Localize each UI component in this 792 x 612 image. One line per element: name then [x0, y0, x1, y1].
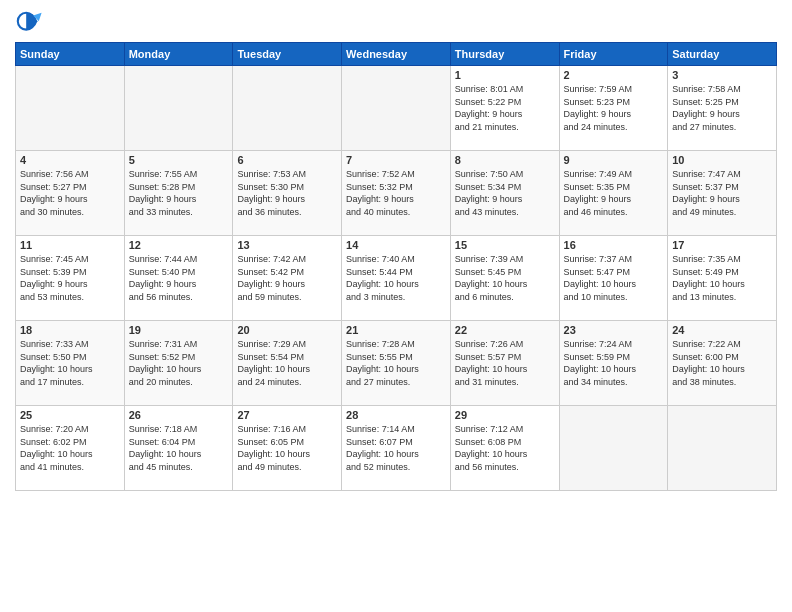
day-info: Sunrise: 7:58 AM Sunset: 5:25 PM Dayligh… [672, 83, 772, 133]
header [15, 10, 777, 38]
calendar-cell: 19Sunrise: 7:31 AM Sunset: 5:52 PM Dayli… [124, 321, 233, 406]
calendar-cell: 6Sunrise: 7:53 AM Sunset: 5:30 PM Daylig… [233, 151, 342, 236]
day-info: Sunrise: 7:50 AM Sunset: 5:34 PM Dayligh… [455, 168, 555, 218]
weekday-header: Saturday [668, 43, 777, 66]
calendar-cell: 18Sunrise: 7:33 AM Sunset: 5:50 PM Dayli… [16, 321, 125, 406]
calendar-week: 4Sunrise: 7:56 AM Sunset: 5:27 PM Daylig… [16, 151, 777, 236]
calendar-cell: 8Sunrise: 7:50 AM Sunset: 5:34 PM Daylig… [450, 151, 559, 236]
day-number: 20 [237, 324, 337, 336]
calendar-cell: 4Sunrise: 7:56 AM Sunset: 5:27 PM Daylig… [16, 151, 125, 236]
weekday-header: Tuesday [233, 43, 342, 66]
day-number: 26 [129, 409, 229, 421]
day-number: 10 [672, 154, 772, 166]
day-number: 19 [129, 324, 229, 336]
day-info: Sunrise: 7:12 AM Sunset: 6:08 PM Dayligh… [455, 423, 555, 473]
day-info: Sunrise: 7:42 AM Sunset: 5:42 PM Dayligh… [237, 253, 337, 303]
day-info: Sunrise: 7:52 AM Sunset: 5:32 PM Dayligh… [346, 168, 446, 218]
day-info: Sunrise: 7:37 AM Sunset: 5:47 PM Dayligh… [564, 253, 664, 303]
calendar-week: 25Sunrise: 7:20 AM Sunset: 6:02 PM Dayli… [16, 406, 777, 491]
weekday-header: Sunday [16, 43, 125, 66]
calendar-cell [124, 66, 233, 151]
weekday-header: Thursday [450, 43, 559, 66]
logo [15, 10, 47, 38]
day-number: 5 [129, 154, 229, 166]
calendar-cell: 2Sunrise: 7:59 AM Sunset: 5:23 PM Daylig… [559, 66, 668, 151]
calendar-cell: 3Sunrise: 7:58 AM Sunset: 5:25 PM Daylig… [668, 66, 777, 151]
day-number: 3 [672, 69, 772, 81]
day-number: 22 [455, 324, 555, 336]
day-number: 7 [346, 154, 446, 166]
day-info: Sunrise: 7:33 AM Sunset: 5:50 PM Dayligh… [20, 338, 120, 388]
calendar-header: SundayMondayTuesdayWednesdayThursdayFrid… [16, 43, 777, 66]
calendar-cell: 29Sunrise: 7:12 AM Sunset: 6:08 PM Dayli… [450, 406, 559, 491]
calendar-cell: 20Sunrise: 7:29 AM Sunset: 5:54 PM Dayli… [233, 321, 342, 406]
calendar-cell: 1Sunrise: 8:01 AM Sunset: 5:22 PM Daylig… [450, 66, 559, 151]
calendar-cell: 27Sunrise: 7:16 AM Sunset: 6:05 PM Dayli… [233, 406, 342, 491]
weekday-header: Friday [559, 43, 668, 66]
day-info: Sunrise: 7:35 AM Sunset: 5:49 PM Dayligh… [672, 253, 772, 303]
day-number: 18 [20, 324, 120, 336]
day-info: Sunrise: 7:44 AM Sunset: 5:40 PM Dayligh… [129, 253, 229, 303]
calendar-cell: 13Sunrise: 7:42 AM Sunset: 5:42 PM Dayli… [233, 236, 342, 321]
day-info: Sunrise: 7:40 AM Sunset: 5:44 PM Dayligh… [346, 253, 446, 303]
day-info: Sunrise: 7:28 AM Sunset: 5:55 PM Dayligh… [346, 338, 446, 388]
day-number: 21 [346, 324, 446, 336]
day-info: Sunrise: 7:39 AM Sunset: 5:45 PM Dayligh… [455, 253, 555, 303]
day-info: Sunrise: 7:18 AM Sunset: 6:04 PM Dayligh… [129, 423, 229, 473]
day-info: Sunrise: 7:16 AM Sunset: 6:05 PM Dayligh… [237, 423, 337, 473]
day-info: Sunrise: 7:29 AM Sunset: 5:54 PM Dayligh… [237, 338, 337, 388]
page-container: SundayMondayTuesdayWednesdayThursdayFrid… [0, 0, 792, 501]
day-number: 11 [20, 239, 120, 251]
day-info: Sunrise: 7:56 AM Sunset: 5:27 PM Dayligh… [20, 168, 120, 218]
calendar-cell: 17Sunrise: 7:35 AM Sunset: 5:49 PM Dayli… [668, 236, 777, 321]
calendar-cell: 11Sunrise: 7:45 AM Sunset: 5:39 PM Dayli… [16, 236, 125, 321]
day-info: Sunrise: 7:53 AM Sunset: 5:30 PM Dayligh… [237, 168, 337, 218]
day-info: Sunrise: 8:01 AM Sunset: 5:22 PM Dayligh… [455, 83, 555, 133]
calendar-cell [559, 406, 668, 491]
day-info: Sunrise: 7:49 AM Sunset: 5:35 PM Dayligh… [564, 168, 664, 218]
day-number: 6 [237, 154, 337, 166]
day-number: 29 [455, 409, 555, 421]
day-info: Sunrise: 7:24 AM Sunset: 5:59 PM Dayligh… [564, 338, 664, 388]
calendar-cell [233, 66, 342, 151]
calendar-cell: 10Sunrise: 7:47 AM Sunset: 5:37 PM Dayli… [668, 151, 777, 236]
day-info: Sunrise: 7:22 AM Sunset: 6:00 PM Dayligh… [672, 338, 772, 388]
calendar-cell: 16Sunrise: 7:37 AM Sunset: 5:47 PM Dayli… [559, 236, 668, 321]
day-info: Sunrise: 7:31 AM Sunset: 5:52 PM Dayligh… [129, 338, 229, 388]
day-info: Sunrise: 7:55 AM Sunset: 5:28 PM Dayligh… [129, 168, 229, 218]
weekday-header: Monday [124, 43, 233, 66]
day-number: 9 [564, 154, 664, 166]
calendar-cell: 7Sunrise: 7:52 AM Sunset: 5:32 PM Daylig… [342, 151, 451, 236]
weekday-header: Wednesday [342, 43, 451, 66]
calendar-week: 11Sunrise: 7:45 AM Sunset: 5:39 PM Dayli… [16, 236, 777, 321]
day-number: 28 [346, 409, 446, 421]
day-number: 13 [237, 239, 337, 251]
calendar-week: 1Sunrise: 8:01 AM Sunset: 5:22 PM Daylig… [16, 66, 777, 151]
day-number: 24 [672, 324, 772, 336]
day-number: 16 [564, 239, 664, 251]
day-number: 25 [20, 409, 120, 421]
header-row: SundayMondayTuesdayWednesdayThursdayFrid… [16, 43, 777, 66]
calendar-table: SundayMondayTuesdayWednesdayThursdayFrid… [15, 42, 777, 491]
calendar-cell: 28Sunrise: 7:14 AM Sunset: 6:07 PM Dayli… [342, 406, 451, 491]
calendar-cell [668, 406, 777, 491]
calendar-cell [16, 66, 125, 151]
calendar-body: 1Sunrise: 8:01 AM Sunset: 5:22 PM Daylig… [16, 66, 777, 491]
day-number: 1 [455, 69, 555, 81]
calendar-cell: 26Sunrise: 7:18 AM Sunset: 6:04 PM Dayli… [124, 406, 233, 491]
calendar-cell: 23Sunrise: 7:24 AM Sunset: 5:59 PM Dayli… [559, 321, 668, 406]
day-info: Sunrise: 7:20 AM Sunset: 6:02 PM Dayligh… [20, 423, 120, 473]
day-number: 17 [672, 239, 772, 251]
day-number: 2 [564, 69, 664, 81]
logo-icon [15, 10, 43, 38]
calendar-cell: 24Sunrise: 7:22 AM Sunset: 6:00 PM Dayli… [668, 321, 777, 406]
day-info: Sunrise: 7:45 AM Sunset: 5:39 PM Dayligh… [20, 253, 120, 303]
day-number: 8 [455, 154, 555, 166]
calendar-cell [342, 66, 451, 151]
calendar-cell: 25Sunrise: 7:20 AM Sunset: 6:02 PM Dayli… [16, 406, 125, 491]
calendar-cell: 14Sunrise: 7:40 AM Sunset: 5:44 PM Dayli… [342, 236, 451, 321]
calendar-cell: 9Sunrise: 7:49 AM Sunset: 5:35 PM Daylig… [559, 151, 668, 236]
day-info: Sunrise: 7:59 AM Sunset: 5:23 PM Dayligh… [564, 83, 664, 133]
day-number: 23 [564, 324, 664, 336]
day-info: Sunrise: 7:14 AM Sunset: 6:07 PM Dayligh… [346, 423, 446, 473]
